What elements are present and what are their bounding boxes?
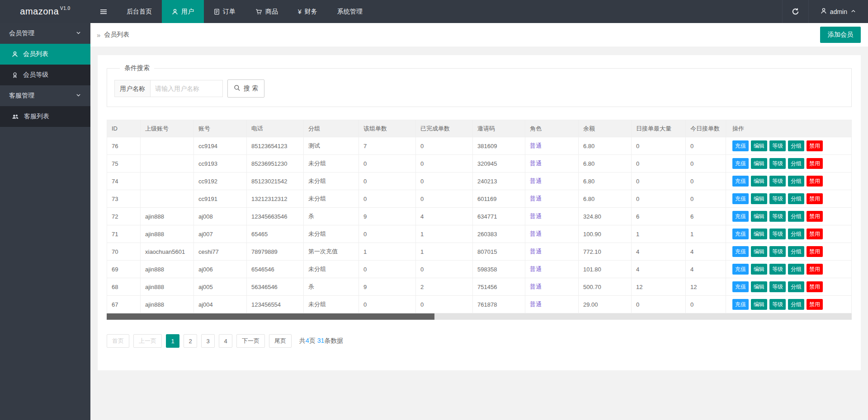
action-充值-button[interactable]: 充值: [732, 158, 749, 169]
role-badge[interactable]: 普通: [530, 248, 542, 255]
top-tab-订单[interactable]: 订单: [204, 0, 245, 23]
sidebar-group-客服管理[interactable]: 客服管理: [0, 85, 90, 106]
pagination-page-3[interactable]: 3: [201, 334, 215, 348]
action-分组-button[interactable]: 分组: [788, 158, 804, 169]
pagination-page-1[interactable]: 1: [166, 334, 179, 348]
cell-role: 普通: [525, 296, 579, 313]
action-禁用-button[interactable]: 禁用: [807, 193, 823, 204]
refresh-icon[interactable]: [782, 0, 808, 23]
top-tab-后台首页[interactable]: 后台首页: [117, 0, 162, 23]
pagination-last-button[interactable]: 尾页: [269, 334, 292, 348]
action-分组-button[interactable]: 分组: [788, 246, 804, 257]
cell-parent_account: [141, 190, 194, 208]
cell-id: 74: [107, 173, 141, 190]
action-分组-button[interactable]: 分组: [788, 193, 804, 204]
action-充值-button[interactable]: 充值: [732, 229, 749, 239]
cell-group: 未分组: [304, 155, 359, 173]
action-充值-button[interactable]: 充值: [732, 246, 749, 257]
action-编辑-button[interactable]: 编辑: [751, 158, 767, 169]
action-等级-button[interactable]: 等级: [769, 193, 786, 204]
pagination-page-4[interactable]: 4: [219, 334, 232, 348]
action-禁用-button[interactable]: 禁用: [807, 264, 823, 275]
action-分组-button[interactable]: 分组: [788, 264, 804, 275]
top-bar: amazonaV1.0 后台首页用户订单商品¥财务系统管理 admin: [0, 0, 868, 23]
menu-toggle-icon[interactable]: [90, 0, 117, 23]
username-input[interactable]: [151, 80, 223, 97]
top-tab-商品[interactable]: 商品: [245, 0, 288, 23]
table-row: 69ajin888aj0066546546未分组00598358普通101.80…: [107, 261, 738, 278]
pagination-next-button[interactable]: 下一页: [236, 334, 265, 348]
action-禁用-button[interactable]: 禁用: [807, 211, 823, 222]
search-button[interactable]: 搜 索: [227, 79, 264, 98]
pagination-prev-button[interactable]: 上一页: [133, 334, 162, 348]
action-充值-button[interactable]: 充值: [732, 193, 749, 204]
action-分组-button[interactable]: 分组: [788, 176, 804, 187]
action-编辑-button[interactable]: 编辑: [751, 246, 767, 257]
top-tab-财务[interactable]: ¥财务: [288, 0, 327, 23]
action-等级-button[interactable]: 等级: [769, 264, 786, 275]
action-分组-button[interactable]: 分组: [788, 211, 804, 222]
action-充值-button[interactable]: 充值: [732, 299, 749, 310]
cell-group_orders: 9: [359, 278, 416, 296]
role-badge[interactable]: 普通: [530, 301, 542, 308]
action-充值-button[interactable]: 充值: [732, 281, 749, 292]
action-分组-button[interactable]: 分组: [788, 229, 804, 239]
sidebar-item-客服列表[interactable]: 客服列表: [0, 106, 90, 127]
action-编辑-button[interactable]: 编辑: [751, 193, 767, 204]
action-编辑-button[interactable]: 编辑: [751, 299, 767, 310]
action-编辑-button[interactable]: 编辑: [751, 211, 767, 222]
role-badge[interactable]: 普通: [530, 230, 542, 237]
top-tab-用户[interactable]: 用户: [162, 0, 204, 23]
action-等级-button[interactable]: 等级: [769, 211, 786, 222]
pagination-first-button[interactable]: 首页: [107, 334, 129, 348]
pagination-page-2[interactable]: 2: [184, 334, 197, 348]
action-等级-button[interactable]: 等级: [769, 229, 786, 239]
action-编辑-button[interactable]: 编辑: [751, 176, 767, 187]
action-编辑-button[interactable]: 编辑: [751, 281, 767, 292]
role-badge[interactable]: 普通: [530, 160, 542, 167]
action-充值-button[interactable]: 充值: [732, 211, 749, 222]
action-充值-button[interactable]: 充值: [732, 264, 749, 275]
horizontal-scrollbar-thumb[interactable]: [107, 313, 434, 320]
action-禁用-button[interactable]: 禁用: [807, 176, 823, 187]
cell-phone: 13212312312: [247, 190, 304, 208]
sidebar-item-会员等级[interactable]: 会员等级: [0, 65, 90, 85]
cell-completed_orders: 0: [416, 190, 473, 208]
action-禁用-button[interactable]: 禁用: [807, 229, 823, 239]
column-header: 日接单最大量: [632, 120, 686, 137]
action-编辑-button[interactable]: 编辑: [751, 140, 767, 151]
role-badge[interactable]: 普通: [530, 213, 542, 219]
action-禁用-button[interactable]: 禁用: [807, 299, 823, 310]
action-分组-button[interactable]: 分组: [788, 299, 804, 310]
sidebar-group-会员管理[interactable]: 会员管理: [0, 23, 90, 44]
action-等级-button[interactable]: 等级: [769, 158, 786, 169]
role-badge[interactable]: 普通: [530, 142, 542, 149]
sidebar-item-会员列表[interactable]: 会员列表: [0, 44, 90, 65]
role-badge[interactable]: 普通: [530, 266, 542, 272]
action-分组-button[interactable]: 分组: [788, 281, 804, 292]
action-充值-button[interactable]: 充值: [732, 176, 749, 187]
action-等级-button[interactable]: 等级: [769, 176, 786, 187]
action-编辑-button[interactable]: 编辑: [751, 264, 767, 275]
sidebar-item-label: 会员等级: [23, 71, 48, 79]
action-等级-button[interactable]: 等级: [769, 281, 786, 292]
top-tab-系统管理[interactable]: 系统管理: [327, 0, 373, 23]
admin-menu[interactable]: admin: [808, 0, 868, 23]
role-badge[interactable]: 普通: [530, 283, 542, 290]
action-等级-button[interactable]: 等级: [769, 299, 786, 310]
action-等级-button[interactable]: 等级: [769, 140, 786, 151]
action-禁用-button[interactable]: 禁用: [807, 281, 823, 292]
add-member-button[interactable]: 添加会员: [820, 27, 861, 43]
cell-invite_code: 260383: [473, 225, 525, 243]
action-充值-button[interactable]: 充值: [732, 140, 749, 151]
action-禁用-button[interactable]: 禁用: [807, 140, 823, 151]
action-禁用-button[interactable]: 禁用: [807, 246, 823, 257]
action-等级-button[interactable]: 等级: [769, 246, 786, 257]
table-row: 70xiaochuan5601ceshi7778979889第一次充值11807…: [107, 243, 738, 261]
role-badge[interactable]: 普通: [530, 195, 542, 202]
action-禁用-button[interactable]: 禁用: [807, 158, 823, 169]
action-分组-button[interactable]: 分组: [788, 140, 804, 151]
horizontal-scrollbar[interactable]: [107, 313, 852, 320]
action-编辑-button[interactable]: 编辑: [751, 229, 767, 239]
role-badge[interactable]: 普通: [530, 177, 542, 184]
